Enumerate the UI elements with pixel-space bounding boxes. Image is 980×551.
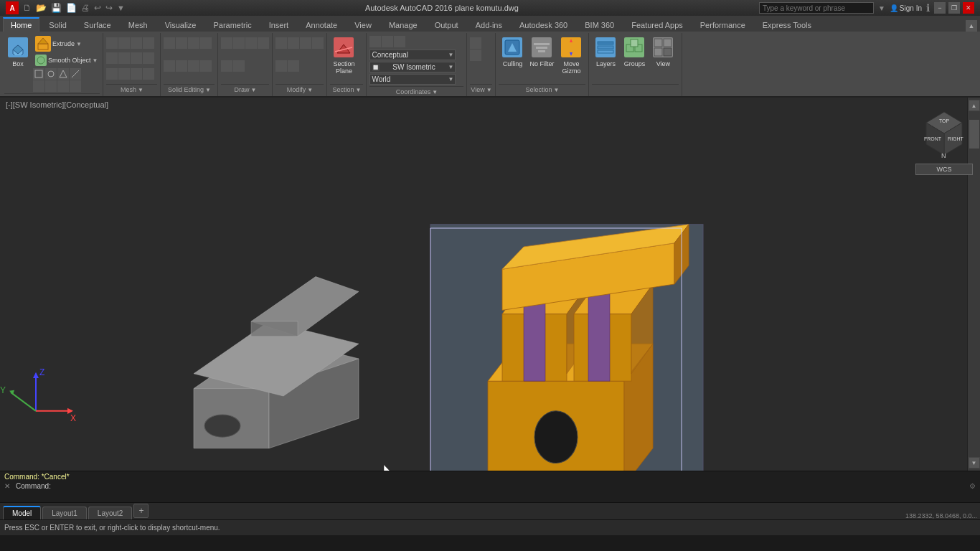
tab-visualize[interactable]: Visualize (157, 18, 204, 32)
solid-tool-6[interactable] (176, 60, 187, 72)
scroll-down[interactable]: ▼ (969, 457, 980, 468)
tab-layout1[interactable]: Layout1 (42, 507, 87, 519)
section-plane-button[interactable]: Section Plane (330, 34, 357, 76)
command-input[interactable] (57, 482, 963, 490)
sign-in-button[interactable]: 👤 Sign In (890, 4, 922, 12)
view-tool-1[interactable] (470, 37, 481, 49)
mesh-tool-1[interactable] (106, 37, 118, 49)
mesh-tool-2[interactable] (118, 37, 130, 49)
coord-icon-2[interactable] (382, 36, 393, 47)
mesh-tool-8[interactable] (143, 52, 154, 64)
solid-tool-3[interactable] (188, 37, 199, 49)
solid-tool-8[interactable] (200, 60, 212, 72)
extrude-button[interactable]: Extrude ▼ (33, 34, 100, 53)
modify-tool-6[interactable] (288, 60, 299, 72)
mesh-tool-6[interactable] (118, 52, 130, 64)
solid-tool-7[interactable] (188, 60, 199, 72)
qa-redo[interactable]: ↪ (105, 3, 113, 13)
extrude-dropdown-icon[interactable]: ▼ (76, 41, 82, 47)
tab-featured[interactable]: Featured Apps (623, 18, 691, 32)
solid-tool-5[interactable] (164, 60, 175, 72)
tab-view[interactable]: View (347, 18, 380, 32)
group-label-mesh[interactable]: Mesh ▼ (106, 84, 157, 95)
mesh-tool-10[interactable] (118, 68, 130, 80)
group-label-coordinates[interactable]: Coordinates ▼ (369, 86, 463, 97)
mesh-tool-7[interactable] (131, 52, 142, 64)
modify-tool-1[interactable] (275, 37, 287, 49)
no-filter-button[interactable]: No Filter (527, 34, 556, 69)
close-button[interactable]: ✕ (963, 2, 974, 14)
tab-parametric[interactable]: Parametric (205, 18, 259, 32)
coord-icon-3[interactable] (394, 36, 405, 47)
restore-button[interactable]: ❒ (948, 2, 960, 14)
nav-cube[interactable]: TOP RIGHT FRONT N WCS (915, 105, 973, 176)
groups-button[interactable]: Groups (621, 34, 648, 69)
draw-tool-4[interactable] (258, 37, 269, 49)
search-dropdown[interactable]: ▼ (878, 4, 885, 12)
wcs-label[interactable]: WCS (915, 164, 973, 175)
solid-tool-1[interactable] (164, 37, 175, 49)
group-label-draw[interactable]: Draw ▼ (221, 84, 269, 95)
ribbon-minimize[interactable]: ▲ (966, 20, 977, 32)
mesh-tool-4[interactable] (143, 37, 154, 49)
tab-output[interactable]: Output (427, 18, 466, 32)
group-label-section[interactable]: Section ▼ (330, 84, 363, 95)
info-icon[interactable]: ℹ (926, 2, 930, 14)
group-label-view[interactable]: View ▼ (470, 84, 492, 95)
tab-bim360[interactable]: BIM 360 (577, 18, 622, 32)
mesh-tool-12[interactable] (143, 68, 154, 80)
mesh-tool-9[interactable] (106, 68, 118, 80)
group-label-modify[interactable]: Modify ▼ (275, 84, 324, 95)
view-preset-dropdown[interactable]: 🔲 SW Isometric ▼ (369, 62, 456, 72)
add-tab-button[interactable]: + (133, 504, 149, 518)
qa-save[interactable]: 💾 (51, 3, 62, 13)
view-style-dropdown[interactable]: Conceptual ▼ (369, 50, 456, 60)
mesh-tool-5[interactable] (106, 52, 118, 64)
nav-cube-svg[interactable]: TOP RIGHT FRONT N (915, 105, 973, 162)
draw-tool-5[interactable] (221, 60, 232, 72)
model-tool-4[interactable] (70, 68, 81, 80)
solid-tool-4[interactable] (200, 37, 212, 49)
search-input[interactable] (759, 2, 874, 14)
model-tool-6[interactable] (45, 80, 57, 92)
tab-annotate[interactable]: Annotate (298, 18, 345, 32)
minimize-button[interactable]: − (934, 2, 946, 14)
modify-tool-2[interactable] (288, 37, 299, 49)
tab-insert[interactable]: Insert (261, 18, 297, 32)
qa-undo[interactable]: ↩ (94, 3, 101, 13)
box-button[interactable]: Box (4, 34, 32, 69)
tab-model[interactable]: Model (3, 506, 41, 519)
model-tool-2[interactable] (45, 68, 57, 80)
qa-dropdown[interactable]: ▼ (117, 4, 125, 12)
model-tool-7[interactable] (57, 80, 69, 92)
tab-autodesk360[interactable]: Autodesk 360 (512, 18, 575, 32)
qa-print[interactable]: 🖨 (81, 3, 90, 13)
smooth-object-button[interactable]: Smooth Object ▼ (33, 54, 100, 67)
modify-tool-4[interactable] (312, 37, 324, 49)
tab-surface[interactable]: Surface (76, 18, 119, 32)
view-tool-2[interactable] (470, 50, 481, 61)
model-tool-8[interactable] (70, 80, 81, 92)
cmd-icon[interactable]: ⚙ (969, 482, 976, 490)
tab-express[interactable]: Express Tools (755, 18, 819, 32)
modify-tool-3[interactable] (300, 37, 311, 49)
model-tool-3[interactable] (57, 68, 69, 80)
model-tool-1[interactable] (33, 68, 44, 80)
viewport[interactable]: [-][SW Isometric][Conceptual] (0, 98, 980, 471)
scene-canvas[interactable]: Z X Y (0, 98, 980, 471)
coord-icon-1[interactable] (369, 36, 381, 47)
move-gizmo-button[interactable]: Move Gizmo (557, 34, 585, 76)
qa-open[interactable]: 📂 (36, 3, 47, 13)
view-large-button[interactable]: View (649, 34, 677, 69)
layers-button[interactable]: Layers (592, 34, 619, 69)
mesh-tool-11[interactable] (131, 68, 142, 80)
draw-tool-2[interactable] (233, 37, 245, 49)
cmd-close-x[interactable]: ✕ (4, 482, 10, 490)
tab-addins[interactable]: Add-ins (468, 18, 510, 32)
solid-tool-2[interactable] (176, 37, 187, 49)
world-dropdown[interactable]: World ▼ (369, 74, 456, 85)
group-label-solid-editing[interactable]: Solid Editing ▼ (164, 84, 215, 95)
tab-solid[interactable]: Solid (41, 18, 74, 32)
model-tool-5[interactable] (33, 80, 44, 92)
tab-home[interactable]: Home (3, 17, 39, 32)
